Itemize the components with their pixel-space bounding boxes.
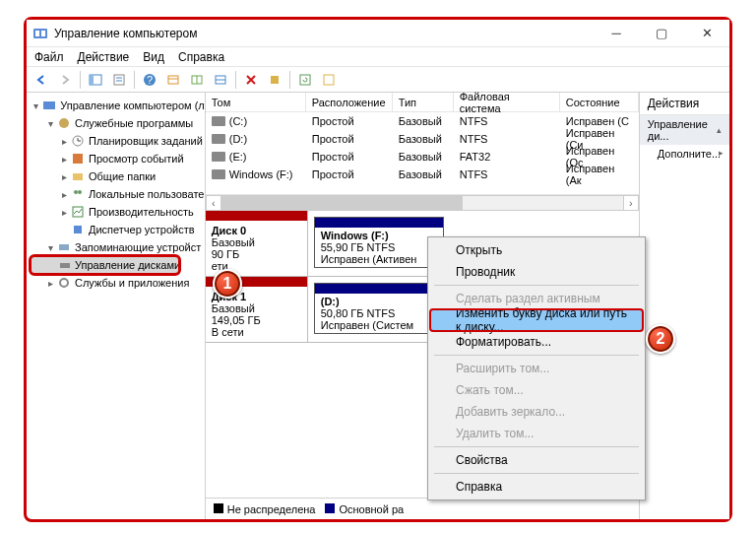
volume-row[interactable]: Windows (F:)ПростойБазовыйNTFSИсправен (… (206, 166, 639, 183)
tree-task-scheduler[interactable]: ▸Планировщик заданий (31, 132, 205, 150)
legend-primary: Основной ра (325, 503, 404, 515)
svg-point-24 (74, 190, 78, 194)
partition[interactable]: (D:)50,80 ГБ NTFSИсправен (Систем (314, 283, 444, 334)
menu-help[interactable]: Справка (178, 50, 224, 64)
svg-rect-29 (60, 263, 70, 268)
ctx-properties[interactable]: Свойства (430, 449, 643, 471)
svg-point-20 (59, 118, 69, 128)
svg-rect-22 (73, 154, 83, 164)
view-list-button[interactable] (162, 69, 184, 91)
svg-rect-19 (43, 101, 55, 109)
tree-performance[interactable]: ▸Производительность (31, 203, 205, 221)
svg-rect-10 (168, 76, 178, 84)
ctx-open[interactable]: Открыть (430, 239, 643, 261)
volume-icon (212, 116, 225, 126)
ctx-help[interactable]: Справка (430, 476, 643, 498)
action-button[interactable] (264, 69, 285, 91)
tree-storage[interactable]: ▾Запоминающие устройст (31, 238, 205, 256)
annotation-badge-1: 1 (213, 269, 242, 299)
delete-button[interactable] (240, 69, 262, 91)
services-icon (56, 275, 72, 291)
volume-icon (212, 169, 225, 179)
window-title: Управление компьютером (54, 27, 594, 40)
ctx-delete: Удалить том... (430, 423, 643, 444)
maximize-button[interactable]: ▢ (639, 20, 684, 47)
tree-services[interactable]: ▸Службы и приложения (31, 274, 205, 292)
tree-device-manager[interactable]: Диспетчер устройств (31, 221, 205, 238)
menu-view[interactable]: Вид (143, 50, 164, 64)
ctx-extend: Расширить том... (430, 358, 643, 379)
show-hide-tree-button[interactable] (85, 69, 106, 91)
properties-button[interactable] (108, 69, 130, 91)
legend-unallocated: Не распределена (214, 503, 316, 515)
tree-root[interactable]: ▾Управление компьютером (л (31, 97, 205, 114)
ctx-explorer[interactable]: Проводник (430, 261, 643, 283)
volume-list-header: Том Расположение Тип Файловая система Со… (206, 93, 639, 112)
scroll-track[interactable] (221, 195, 623, 211)
perf-icon (70, 204, 86, 220)
svg-text:?: ? (147, 74, 153, 86)
column-filesystem[interactable]: Файловая система (454, 93, 560, 111)
actions-selection[interactable]: Управление ди... (640, 115, 729, 145)
close-button[interactable]: ✕ (684, 20, 729, 47)
titlebar: Управление компьютером ─ ▢ ✕ (27, 20, 729, 47)
ctx-change-drive-letter[interactable]: Изменить букву диска или путь к диску... (430, 309, 643, 331)
svg-rect-28 (59, 244, 69, 250)
minimize-button[interactable]: ─ (594, 20, 639, 47)
volume-list[interactable]: Том Расположение Тип Файловая система Со… (206, 93, 639, 211)
event-icon (70, 151, 86, 167)
svg-point-30 (60, 279, 68, 287)
folder-icon (70, 168, 86, 184)
legend: Не распределена Основной ра (206, 498, 639, 519)
svg-rect-16 (271, 76, 279, 84)
tree-system-tools[interactable]: ▾Служебные программы (31, 114, 205, 132)
menu-action[interactable]: Действие (78, 50, 130, 64)
annotation-badge-2: 2 (646, 324, 675, 354)
refresh-button[interactable] (294, 69, 316, 91)
forward-button[interactable] (54, 69, 76, 91)
users-icon (70, 186, 86, 202)
partition[interactable]: Windows (F:)55,90 ГБ NTFSИсправен (Актив… (314, 217, 444, 268)
column-type[interactable]: Тип (393, 93, 454, 111)
menu-file[interactable]: Файл (34, 50, 64, 64)
svg-rect-2 (41, 31, 45, 36)
rescan-button[interactable] (318, 69, 340, 91)
back-button[interactable] (31, 69, 52, 91)
tree-shared-folders[interactable]: ▸Общие папки (31, 167, 205, 185)
horizontal-scrollbar[interactable]: ‹ › (206, 194, 639, 210)
actions-header: Действия (640, 93, 729, 115)
actions-more[interactable]: Дополните... (640, 145, 729, 163)
column-status[interactable]: Состояние (560, 93, 639, 111)
toolbar: ? (27, 67, 729, 93)
column-layout[interactable]: Расположение (306, 93, 393, 111)
volume-icon (212, 134, 225, 144)
ctx-mirror: Добавить зеркало... (430, 401, 643, 423)
disk-info[interactable]: Диск 0Базовый90 ГБети (206, 211, 308, 276)
context-menu: Открыть Проводник Сделать раздел активны… (427, 236, 646, 500)
storage-icon (56, 239, 72, 255)
view-details-button[interactable] (186, 69, 208, 91)
tree-event-viewer[interactable]: ▸Просмотр событий (31, 150, 205, 167)
ctx-format[interactable]: Форматировать... (430, 331, 643, 353)
svg-rect-4 (90, 75, 94, 85)
svg-rect-18 (324, 75, 334, 85)
svg-rect-23 (73, 173, 83, 180)
actions-pane: Действия Управление ди... Дополните... (640, 93, 729, 519)
scroll-thumb[interactable] (221, 196, 463, 210)
scroll-right-button[interactable]: › (623, 195, 639, 211)
disk-icon (58, 257, 72, 273)
view-graphical-button[interactable] (210, 69, 231, 91)
tree-local-users[interactable]: ▸Локальные пользовате (31, 185, 205, 203)
svg-rect-27 (74, 226, 82, 233)
navigation-tree[interactable]: ▾Управление компьютером (л ▾Служебные пр… (27, 93, 206, 519)
svg-rect-17 (300, 75, 310, 85)
tree-disk-management[interactable]: Управление дисками (31, 256, 179, 274)
menu-bar: Файл Действие Вид Справка (27, 47, 729, 67)
svg-rect-5 (114, 75, 124, 85)
help-button[interactable]: ? (139, 69, 160, 91)
scroll-left-button[interactable]: ‹ (206, 195, 221, 211)
svg-rect-1 (35, 31, 39, 36)
volume-icon (212, 152, 225, 162)
clock-icon (70, 133, 86, 149)
column-volume[interactable]: Том (206, 93, 306, 111)
